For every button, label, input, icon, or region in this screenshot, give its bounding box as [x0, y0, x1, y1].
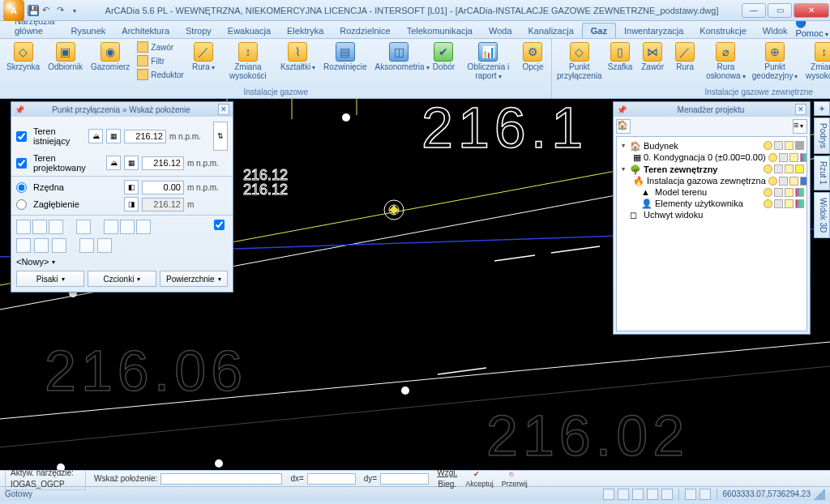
- opt-bieg[interactable]: Bieg.: [438, 481, 456, 489]
- btn-rura[interactable]: ／Rura: [188, 41, 219, 82]
- mp-titlebar[interactable]: 📌 Menadżer projektu ✕: [614, 102, 810, 117]
- cb-enable[interactable]: [214, 220, 225, 230]
- link-vals-icon[interactable]: ⇅: [213, 122, 228, 151]
- tool-track[interactable]: [136, 220, 151, 234]
- side-tab-rzut[interactable]: Rzut 1: [814, 156, 830, 190]
- mp-pin-icon[interactable]: 📌: [617, 105, 627, 114]
- pp-close-button[interactable]: ✕: [218, 104, 229, 115]
- btn-opcje[interactable]: ⚙Opcje: [517, 41, 548, 82]
- btn-powierzchnie[interactable]: Powierzchnie: [160, 271, 228, 287]
- tool-ortho[interactable]: [104, 220, 118, 234]
- tree-view[interactable]: Uchwyt widoku: [644, 210, 703, 220]
- qat-customize[interactable]: [71, 5, 83, 16]
- project-manager-panel[interactable]: 📌 Menadżer projektu ✕ 🏠 ≡ ▾🏠Budynek ▦0. …: [613, 101, 811, 335]
- btn-akceptuj[interactable]: ✔Akceptuj: [465, 470, 494, 488]
- tool-edit-1[interactable]: [79, 238, 94, 253]
- tab-telekom[interactable]: Telekomunikacja: [399, 23, 481, 38]
- btn-dobor[interactable]: ✔Dobór: [428, 41, 459, 82]
- dy-input[interactable]: [380, 473, 429, 485]
- btn-zmiana-wys[interactable]: ↕Zmiana wysokości: [220, 41, 276, 82]
- sb-lwt-icon[interactable]: [685, 489, 696, 500]
- radio-rzedna[interactable]: [16, 182, 27, 193]
- dx-input[interactable]: [307, 473, 356, 485]
- btn-rozwiniecie[interactable]: ▤Rozwinięcie: [320, 41, 370, 82]
- btn-zawor[interactable]: Zawór: [135, 41, 186, 53]
- tool-edit-2[interactable]: [97, 238, 112, 253]
- btn-punkt-przyl[interactable]: ◇Punkt przyłączenia: [555, 41, 603, 82]
- vis-icon[interactable]: [764, 141, 772, 150]
- color-icon[interactable]: [795, 141, 804, 150]
- mp-home-button[interactable]: 🏠: [616, 119, 631, 134]
- btn-ksztaltki[interactable]: ⌇Kształtki: [277, 41, 319, 82]
- btn-szafka[interactable]: ▯Szafka: [605, 41, 635, 82]
- tab-widok[interactable]: Widok: [755, 23, 796, 38]
- sb-resize-grip[interactable]: [814, 489, 825, 500]
- rzedna-icon[interactable]: ◧: [124, 180, 139, 194]
- btn-reduktor[interactable]: Reduktor: [135, 68, 186, 81]
- lock-icon[interactable]: [774, 141, 783, 150]
- side-tab-3d[interactable]: Widok 3D: [814, 192, 830, 238]
- tab-elektryka[interactable]: Elektryka: [279, 23, 332, 38]
- val-teren-proj[interactable]: [142, 156, 184, 170]
- tab-stropy[interactable]: Stropy: [178, 23, 220, 38]
- btn-aksonometria[interactable]: ◫Aksonometria: [371, 41, 426, 82]
- tool-anchor-1[interactable]: [16, 220, 31, 234]
- tool-snap[interactable]: [120, 220, 135, 234]
- project-tree[interactable]: ▾🏠Budynek ▦0. Kondygnacja 0 (±0.00=0.00)…: [616, 136, 807, 331]
- tab-kanalizacja[interactable]: Kanalizacja: [520, 23, 582, 38]
- qat-undo-icon[interactable]: ↶: [42, 5, 53, 16]
- btn-rura-ext[interactable]: ／Rura: [670, 41, 700, 82]
- tool-anchor-3[interactable]: [49, 220, 63, 234]
- prompt-input[interactable]: [160, 473, 282, 485]
- tab-konstrukcje[interactable]: Konstrukcje: [691, 23, 754, 38]
- sb-snap-icon[interactable]: [603, 489, 614, 500]
- val-teren-istn[interactable]: [124, 130, 166, 143]
- tree-budynek[interactable]: Budynek: [644, 141, 678, 151]
- btn-odbiornik[interactable]: ▣Odbiornik: [45, 41, 86, 82]
- pp-pin-icon[interactable]: 📌: [15, 105, 24, 114]
- tab-architektura[interactable]: Architektura: [113, 23, 178, 38]
- sb-ortho-icon[interactable]: [632, 489, 644, 500]
- tab-inwentar[interactable]: Inwentaryzacja: [616, 23, 691, 38]
- style-dropdown[interactable]: <Nowy>: [16, 257, 228, 267]
- qat-save-icon[interactable]: 💾: [28, 5, 39, 16]
- sb-osnap-icon[interactable]: [661, 489, 673, 500]
- tab-ewakuacja[interactable]: Ewakuacja: [220, 23, 279, 38]
- sb-polar-icon[interactable]: [647, 489, 658, 500]
- maximize-button[interactable]: ▭: [768, 3, 792, 18]
- terrain-exist-icon[interactable]: ⛰: [88, 129, 103, 143]
- btn-czcionki[interactable]: Czcionki: [88, 271, 156, 287]
- tool-bl-1[interactable]: [16, 238, 31, 253]
- zagl-icon[interactable]: ◨: [124, 197, 139, 211]
- btn-pisaki[interactable]: Pisaki: [16, 271, 84, 287]
- opt-wzgl[interactable]: Wzgl.: [437, 469, 457, 477]
- close-button[interactable]: ✕: [794, 3, 829, 18]
- tool-bl-2[interactable]: [34, 238, 49, 253]
- tab-woda[interactable]: Woda: [481, 23, 520, 38]
- sb-grid-icon[interactable]: [618, 489, 629, 500]
- tree-model[interactable]: Model terenu: [655, 187, 707, 197]
- qat-redo-icon[interactable]: ↷: [57, 5, 68, 16]
- val-rzedna[interactable]: [142, 181, 184, 194]
- tree-kond[interactable]: 0. Kondygnacja 0 (±0.00=0.00): [644, 152, 766, 162]
- btn-przerwij[interactable]: ⦸Przerwij: [502, 470, 528, 488]
- side-tab-add[interactable]: ＋: [814, 101, 830, 116]
- mp-view-mode[interactable]: ≡: [793, 119, 807, 134]
- print-icon[interactable]: [785, 141, 794, 150]
- btn-rura-osl[interactable]: ⌀Rura osłonowa: [702, 41, 750, 82]
- drawing-canvas[interactable]: 216.12 216.12 216.1 216.06 216.02 📌 Punk…: [0, 99, 830, 470]
- pp-titlebar[interactable]: 📌 Punkt przyłączenia » Wskaż położenie ✕: [11, 102, 233, 117]
- tree-gas-ext[interactable]: Instalacja gazowa zewnętrzna: [647, 176, 766, 186]
- tool-dim[interactable]: [76, 220, 91, 234]
- mp-close-button[interactable]: ✕: [795, 104, 806, 115]
- terrain-proj-pick-icon[interactable]: ▦: [124, 156, 139, 170]
- tool-anchor-2[interactable]: [32, 220, 47, 234]
- btn-gazomierz[interactable]: ◉Gazomierz: [88, 41, 133, 82]
- tab-rozdzielnice[interactable]: Rozdzielnice: [332, 23, 398, 38]
- cb-teren-istn[interactable]: [16, 131, 27, 142]
- minimize-button[interactable]: —: [742, 3, 766, 18]
- btn-zawor-ext[interactable]: ⋈Zawór: [637, 41, 668, 82]
- app-menu-button[interactable]: A: [3, 0, 24, 21]
- tab-rysunek[interactable]: Rysunek: [63, 23, 114, 38]
- side-tab-podrys[interactable]: Podrys: [814, 117, 830, 154]
